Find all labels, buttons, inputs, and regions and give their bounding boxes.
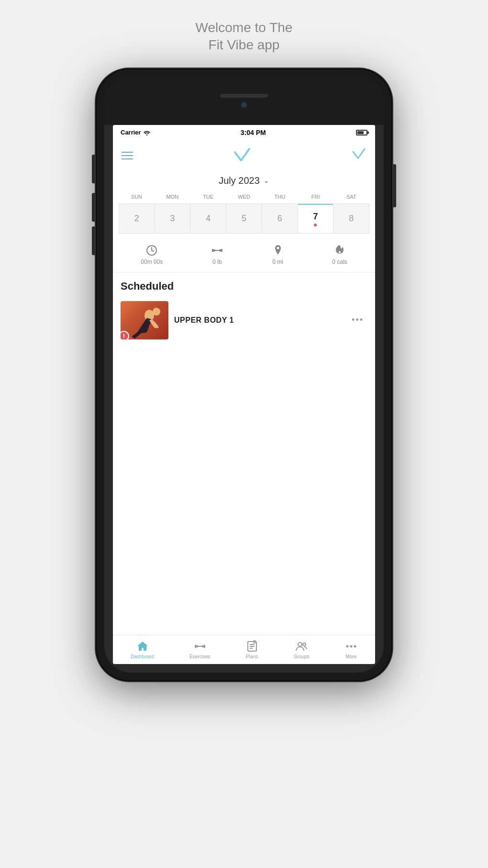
svg-rect-18 (203, 645, 205, 648)
stat-weight: 0 lb (211, 244, 223, 265)
bottom-nav: Dashboard Exercises (113, 635, 375, 664)
svg-point-26 (346, 645, 348, 647)
exercises-icon (194, 640, 206, 653)
svg-rect-6 (214, 249, 215, 251)
phone-inner: Carrier 3:04 PM (104, 77, 384, 673)
logo-right (351, 146, 366, 165)
svg-rect-5 (212, 249, 214, 252)
calendar-days-header: SUN MON TUE WED THU FRI SAT (119, 192, 369, 202)
calendar-dropdown-icon[interactable]: ⌄ (264, 177, 269, 184)
dumbbell-icon (211, 244, 223, 257)
svg-rect-17 (202, 645, 203, 647)
nav-label-dashboard: Dashboard (131, 654, 154, 659)
nav-item-exercises[interactable]: Exercises (189, 640, 210, 659)
calendar-cell-6[interactable]: 6 (262, 204, 298, 233)
more-icon (345, 640, 357, 653)
app-header (113, 140, 375, 171)
calendar-cell-4[interactable]: 4 (190, 204, 226, 233)
svg-point-25 (303, 643, 306, 646)
nav-item-plans[interactable]: Plans (246, 640, 258, 659)
groups-icon (295, 640, 308, 653)
hamburger-line-3 (122, 158, 133, 159)
nav-item-more[interactable]: More (345, 640, 357, 659)
flame-icon (333, 244, 346, 257)
svg-rect-9 (221, 249, 222, 252)
stat-time: 00m 00s (141, 244, 163, 265)
stat-distance: 0 mi (272, 244, 284, 265)
hamburger-button[interactable] (122, 152, 133, 159)
clock-icon (145, 244, 158, 257)
day-label-fri: FRI (298, 192, 333, 202)
calendar-cell-8[interactable]: 8 (333, 204, 369, 233)
stat-calories-value: 0 cals (332, 259, 347, 265)
welcome-line1: Welcome to The (196, 20, 293, 35)
battery-icon (356, 130, 367, 135)
month-header: July 2023 ⌄ (119, 175, 369, 186)
nav-label-plans: Plans (246, 654, 258, 659)
speaker (220, 94, 268, 98)
svg-rect-16 (198, 646, 202, 647)
carrier-text: Carrier (121, 129, 141, 136)
workout-name: UPPER BODY 1 (174, 316, 342, 325)
stat-weight-value: 0 lb (212, 259, 222, 265)
wifi-icon (143, 130, 151, 135)
nav-item-dashboard[interactable]: Dashboard (131, 640, 154, 659)
battery-fill (357, 131, 364, 134)
stat-distance-value: 0 mi (272, 259, 283, 265)
phone-screen: Carrier 3:04 PM (113, 125, 375, 664)
svg-point-12 (153, 308, 160, 316)
workout-thumbnail: ! (121, 301, 168, 339)
day-label-tue: TUE (190, 192, 226, 202)
calendar-cell-3[interactable]: 3 (155, 204, 190, 233)
stat-calories: 0 cals (332, 244, 347, 265)
stat-time-value: 00m 00s (141, 259, 163, 265)
scheduled-title: Scheduled (121, 280, 367, 293)
calendar-cell-2[interactable]: 2 (119, 204, 155, 233)
calendar-section: July 2023 ⌄ SUN MON TUE WED THU FRI SAT … (113, 171, 375, 237)
svg-point-24 (298, 643, 302, 646)
nav-item-groups[interactable]: Groups (294, 640, 310, 659)
phone-frame: Carrier 3:04 PM (96, 68, 392, 681)
day-label-mon: MON (155, 192, 190, 202)
plans-icon (246, 640, 258, 653)
day-label-thu: THU (262, 192, 298, 202)
svg-point-0 (146, 134, 147, 135)
stats-row: 00m 00s 0 lb (113, 237, 375, 272)
nav-label-groups: Groups (294, 654, 310, 659)
svg-point-28 (354, 645, 356, 647)
svg-rect-7 (215, 250, 219, 251)
scheduled-section: Scheduled (113, 272, 375, 635)
svg-rect-8 (219, 249, 221, 251)
day-label-sat: SAT (333, 192, 369, 202)
month-title: July 2023 (219, 175, 260, 186)
svg-point-27 (350, 645, 352, 647)
workout-card[interactable]: ! UPPER BODY 1 ••• (121, 299, 367, 341)
calendar-cell-7-active[interactable]: 7 (298, 204, 333, 233)
nav-label-exercises: Exercises (189, 654, 210, 659)
hamburger-line-1 (122, 152, 133, 153)
logo-center (233, 145, 252, 167)
logo-checkmark-right (351, 146, 366, 161)
nav-label-more: More (345, 654, 356, 659)
calendar-cell-5[interactable]: 5 (226, 204, 262, 233)
welcome-line2: Fit Vibe app (209, 37, 280, 52)
home-icon (136, 640, 149, 653)
day-label-wed: WED (226, 192, 262, 202)
status-carrier: Carrier (121, 129, 151, 136)
day-label-sun: SUN (119, 192, 155, 202)
hamburger-line-2 (122, 155, 133, 156)
welcome-heading: Welcome to The Fit Vibe app (196, 19, 293, 54)
workout-more-button[interactable]: ••• (348, 311, 367, 329)
logo-checkmark-center (233, 145, 252, 164)
activity-dot (314, 224, 317, 226)
svg-rect-14 (195, 645, 197, 648)
status-time: 3:04 PM (241, 129, 266, 136)
calendar-grid: 2 3 4 5 6 7 8 (119, 203, 369, 234)
top-bezel (104, 77, 384, 125)
camera (241, 101, 247, 108)
status-bar: Carrier 3:04 PM (113, 125, 375, 140)
svg-point-10 (277, 247, 279, 249)
location-icon (272, 244, 284, 257)
svg-rect-15 (197, 645, 198, 647)
